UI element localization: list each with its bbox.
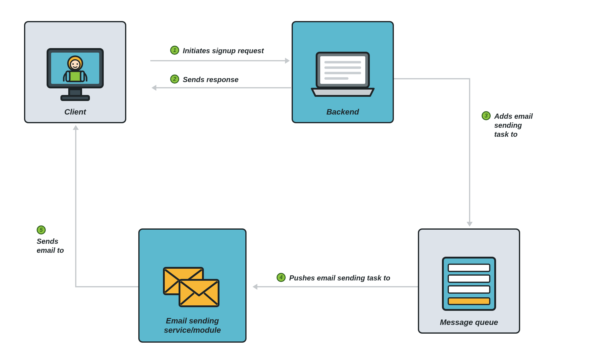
- arrow-step-4-head: [253, 284, 257, 290]
- svg-rect-13: [324, 61, 361, 63]
- svg-rect-21: [448, 298, 490, 304]
- node-client: Client: [24, 21, 126, 123]
- svg-rect-14: [324, 66, 361, 69]
- step-4-label: 4 Pushes email sending task to: [277, 273, 390, 283]
- step-3-label: 3 Adds email sending task to: [482, 111, 533, 139]
- node-message-queue: Message queue: [418, 228, 520, 334]
- node-message-queue-label: Message queue: [419, 318, 519, 327]
- arrow-step-3-seg2: [469, 78, 470, 222]
- arrow-step-5-head: [73, 125, 79, 130]
- step-1-text: Initiates signup request: [183, 46, 264, 55]
- step-4-badge: 4: [277, 273, 286, 282]
- svg-rect-16: [324, 77, 348, 80]
- step-3-badge: 3: [482, 111, 491, 120]
- arrow-step-3-head: [467, 222, 473, 227]
- step-2-label: 2 Sends response: [170, 75, 238, 84]
- architecture-diagram: Client Backend M: [0, 0, 601, 364]
- step-3-text: Adds email sending task to: [494, 111, 533, 139]
- arrow-step-5-seg2: [75, 129, 76, 287]
- node-email-service: Email sending service/module: [138, 228, 247, 343]
- arrow-step-3-seg1: [394, 78, 469, 79]
- step-1-label: 1 Initiates signup request: [170, 46, 264, 55]
- step-1-badge: 1: [170, 46, 179, 55]
- svg-rect-19: [448, 275, 490, 282]
- svg-rect-7: [66, 71, 70, 81]
- svg-rect-23: [179, 280, 219, 306]
- step-5-label: 5 Sends email to: [37, 225, 64, 255]
- arrow-step-1: [150, 60, 286, 61]
- arrow-step-1-head: [285, 58, 290, 64]
- step-2-text: Sends response: [183, 75, 238, 84]
- step-5-text: Sends email to: [37, 236, 64, 255]
- node-backend: Backend: [292, 21, 394, 123]
- node-backend-label: Backend: [293, 107, 393, 117]
- svg-point-10: [77, 63, 78, 65]
- svg-point-9: [72, 63, 74, 65]
- arrow-step-2: [156, 87, 291, 88]
- step-2-badge: 2: [170, 75, 179, 84]
- node-email-service-label: Email sending service/module: [140, 316, 245, 335]
- svg-rect-8: [81, 71, 84, 81]
- svg-rect-3: [61, 96, 89, 100]
- svg-point-5: [70, 60, 80, 69]
- svg-rect-12: [320, 56, 365, 84]
- svg-rect-2: [69, 89, 81, 96]
- arrow-step-2-head: [152, 85, 156, 91]
- svg-rect-18: [448, 264, 490, 271]
- svg-rect-15: [324, 72, 361, 74]
- arrow-step-5-seg1: [75, 286, 138, 287]
- step-4-text: Pushes email sending task to: [289, 273, 390, 283]
- svg-rect-20: [448, 286, 490, 293]
- node-client-label: Client: [25, 107, 125, 117]
- arrow-step-4: [257, 286, 418, 287]
- step-5-badge: 5: [37, 225, 46, 234]
